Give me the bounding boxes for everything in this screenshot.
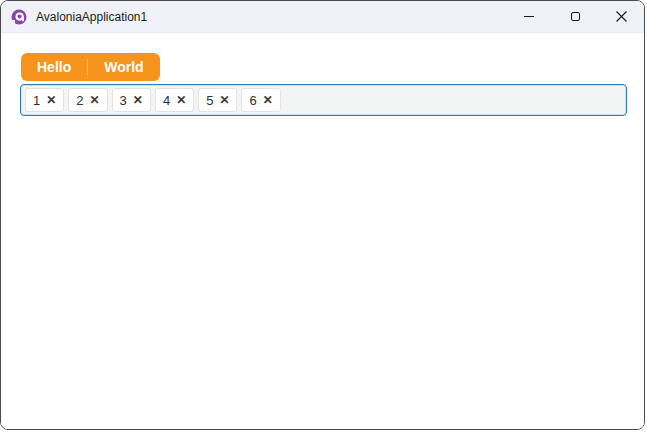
tag-label: 4 <box>163 93 170 108</box>
tag-input-box[interactable]: 1 ✕ 2 ✕ 3 ✕ 4 ✕ 5 ✕ 6 ✕ <box>20 84 627 116</box>
tag-label: 5 <box>206 93 213 108</box>
minimize-icon <box>524 16 534 17</box>
tag-chip: 1 ✕ <box>25 88 64 112</box>
window-controls <box>506 1 644 32</box>
tag-remove-button[interactable]: ✕ <box>46 94 56 106</box>
tag-remove-button[interactable]: ✕ <box>263 94 273 106</box>
world-button[interactable]: World <box>88 53 159 81</box>
maximize-icon <box>571 12 580 21</box>
close-button[interactable] <box>598 1 644 32</box>
tag-label: 1 <box>33 93 40 108</box>
tag-remove-button[interactable]: ✕ <box>133 94 143 106</box>
minimize-button[interactable] <box>506 1 552 32</box>
hello-world-split-button: Hello World <box>21 53 160 81</box>
app-window: AvaloniaApplication1 Hello Worl <box>0 0 645 430</box>
close-icon: ✕ <box>176 93 186 107</box>
close-icon <box>616 8 627 26</box>
tag-label: 6 <box>249 93 256 108</box>
close-icon: ✕ <box>219 93 229 107</box>
window-title: AvaloniaApplication1 <box>36 10 147 24</box>
tag-chip: 6 ✕ <box>241 88 280 112</box>
tag-remove-button[interactable]: ✕ <box>176 94 186 106</box>
close-icon: ✕ <box>46 93 56 107</box>
hello-button[interactable]: Hello <box>21 53 87 81</box>
content-area: Hello World 1 ✕ 2 ✕ 3 ✕ 4 ✕ 5 <box>1 33 644 429</box>
tag-chip: 5 ✕ <box>198 88 237 112</box>
tag-chip: 3 ✕ <box>112 88 151 112</box>
titlebar[interactable]: AvaloniaApplication1 <box>1 1 644 33</box>
close-icon: ✕ <box>263 93 273 107</box>
tag-remove-button[interactable]: ✕ <box>219 94 229 106</box>
tag-label: 2 <box>76 93 83 108</box>
close-icon: ✕ <box>90 93 100 107</box>
tag-chip: 2 ✕ <box>68 88 107 112</box>
tag-label: 3 <box>120 93 127 108</box>
tag-chip: 4 ✕ <box>155 88 194 112</box>
maximize-button[interactable] <box>552 1 598 32</box>
close-icon: ✕ <box>133 93 143 107</box>
tag-remove-button[interactable]: ✕ <box>90 94 100 106</box>
avalonia-logo-icon <box>11 9 27 25</box>
